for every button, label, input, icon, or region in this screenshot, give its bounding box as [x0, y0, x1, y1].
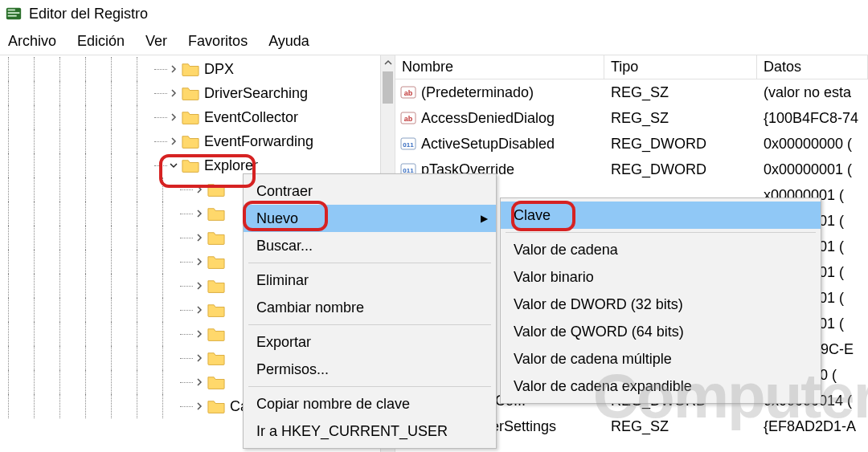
ctx-valor-qword[interactable]: Valor de QWORD (64 bits) [501, 318, 821, 345]
value-data: {100B4FC8-74 [757, 110, 868, 127]
svg-text:ab: ab [404, 115, 413, 123]
window-title: Editor del Registro [29, 6, 148, 22]
folder-icon [207, 230, 225, 245]
ctx-separator [248, 386, 491, 387]
ctx-valor-cadena-multiple[interactable]: Valor de cadena múltiple [501, 345, 821, 373]
context-submenu-nuevo[interactable]: Clave Valor de cadena Valor binario Valo… [500, 197, 821, 404]
col-type[interactable]: Tipo [604, 55, 757, 79]
ctx-cambiar-nombre[interactable]: Cambiar nombre [244, 294, 496, 321]
string-value-icon: ab [400, 110, 416, 126]
tree-item-label: DriverSearching [204, 85, 308, 102]
string-value-icon: ab [400, 84, 416, 100]
value-type: REG_DWORD [604, 161, 757, 178]
tree-item[interactable]: EventForwarding [0, 129, 380, 153]
value-name: AccessDeniedDialog [421, 110, 555, 127]
scroll-up-icon[interactable] [381, 55, 395, 70]
folder-icon [182, 158, 199, 173]
col-data[interactable]: Datos [757, 55, 868, 79]
ctx-clave[interactable]: Clave [501, 202, 821, 229]
value-data: (valor no esta [757, 84, 868, 101]
tree-item[interactable]: DriverSearching [0, 81, 380, 105]
folder-icon [207, 327, 225, 341]
ctx-separator [506, 232, 816, 233]
tree-item-label: EventForwarding [204, 133, 313, 150]
ctx-nuevo[interactable]: Nuevo▶ [244, 205, 496, 232]
chevron-right-icon[interactable] [167, 87, 180, 100]
value-name: (Predeterminado) [421, 84, 534, 101]
folder-icon [207, 279, 225, 293]
menubar: Archivo Edición Ver Favoritos Ayuda [0, 27, 868, 55]
svg-text:ab: ab [404, 89, 413, 97]
folder-icon [207, 303, 225, 317]
chevron-right-icon[interactable] [193, 279, 206, 292]
dword-value-icon: 011 [400, 136, 416, 152]
value-row[interactable]: ab(Predeterminado)REG_SZ(valor no esta [395, 79, 868, 105]
tree-item-label: DPX [204, 61, 234, 78]
ctx-copiar-nombre[interactable]: Copiar nombre de clave [244, 390, 496, 417]
tree-item[interactable]: DPX [0, 57, 380, 81]
value-type: REG_DWORD [604, 136, 757, 153]
ctx-permisos[interactable]: Permisos... [244, 356, 496, 383]
folder-icon [182, 86, 199, 100]
svg-rect-1 [8, 10, 15, 11]
chevron-right-icon: ▶ [481, 213, 488, 224]
folder-icon [207, 206, 225, 221]
chevron-right-icon[interactable] [167, 111, 180, 124]
tree-item-label: Explorer [204, 157, 258, 174]
ctx-valor-binario[interactable]: Valor binario [501, 263, 821, 291]
chevron-right-icon[interactable] [193, 352, 206, 364]
chevron-right-icon[interactable] [193, 231, 206, 244]
ctx-valor-cadena-expandible[interactable]: Valor de cadena expandible [501, 373, 821, 400]
chevron-right-icon[interactable] [193, 255, 206, 268]
chevron-right-icon[interactable] [193, 207, 206, 220]
value-type: REG_SZ [604, 418, 757, 435]
chevron-down-icon[interactable] [167, 159, 180, 172]
folder-icon [207, 375, 225, 389]
ctx-valor-dword[interactable]: Valor de DWORD (32 bits) [501, 291, 821, 318]
list-header: Nombre Tipo Datos [395, 55, 868, 79]
svg-rect-3 [8, 15, 17, 17]
chevron-right-icon[interactable] [167, 135, 180, 148]
value-data: 0x00000001 ( [757, 161, 868, 178]
chevron-right-icon[interactable] [167, 63, 180, 75]
folder-icon [182, 134, 199, 149]
value-data: {EF8AD2D1-A [757, 418, 868, 435]
chevron-right-icon[interactable] [193, 400, 206, 413]
value-type: REG_SZ [604, 110, 757, 127]
col-name[interactable]: Nombre [395, 55, 604, 79]
menu-edicion[interactable]: Edición [77, 33, 125, 50]
folder-icon [182, 110, 199, 124]
menu-ver[interactable]: Ver [145, 33, 167, 50]
folder-icon [207, 182, 225, 197]
chevron-right-icon[interactable] [193, 183, 206, 196]
tree-item[interactable]: EventCollector [0, 105, 380, 129]
folder-icon [207, 351, 225, 365]
chevron-right-icon[interactable] [193, 328, 206, 340]
ctx-buscar[interactable]: Buscar... [244, 232, 496, 259]
context-menu[interactable]: Contraer Nuevo▶ Buscar... Eliminar Cambi… [243, 173, 497, 449]
titlebar: Editor del Registro [0, 0, 868, 27]
folder-icon [207, 255, 225, 269]
menu-ayuda[interactable]: Ayuda [268, 33, 309, 50]
ctx-eliminar[interactable]: Eliminar [244, 267, 496, 294]
value-name: ActiveSetupDisabled [421, 136, 555, 153]
app-icon [5, 5, 23, 22]
ctx-ir-a-hkcu[interactable]: Ir a HKEY_CURRENT_USER [244, 417, 496, 445]
chevron-right-icon[interactable] [193, 376, 206, 389]
ctx-contraer[interactable]: Contraer [244, 177, 496, 205]
value-type: REG_SZ [604, 84, 757, 101]
tree-item-label: EventCollector [204, 109, 298, 126]
ctx-valor-cadena[interactable]: Valor de cadena [501, 236, 821, 263]
svg-rect-2 [8, 12, 20, 14]
menu-archivo[interactable]: Archivo [8, 33, 56, 50]
folder-icon [182, 62, 199, 76]
value-row[interactable]: 011ActiveSetupDisabledREG_DWORD0x0000000… [395, 131, 868, 157]
ctx-exportar[interactable]: Exportar [244, 328, 496, 356]
menu-favoritos[interactable]: Favoritos [188, 33, 248, 50]
scroll-thumb[interactable] [383, 71, 393, 104]
ctx-separator [248, 263, 491, 263]
chevron-right-icon[interactable] [193, 303, 206, 316]
ctx-separator [248, 324, 491, 325]
value-data: 0x00000000 ( [757, 136, 868, 153]
value-row[interactable]: abAccessDeniedDialogREG_SZ{100B4FC8-74 [395, 105, 868, 131]
